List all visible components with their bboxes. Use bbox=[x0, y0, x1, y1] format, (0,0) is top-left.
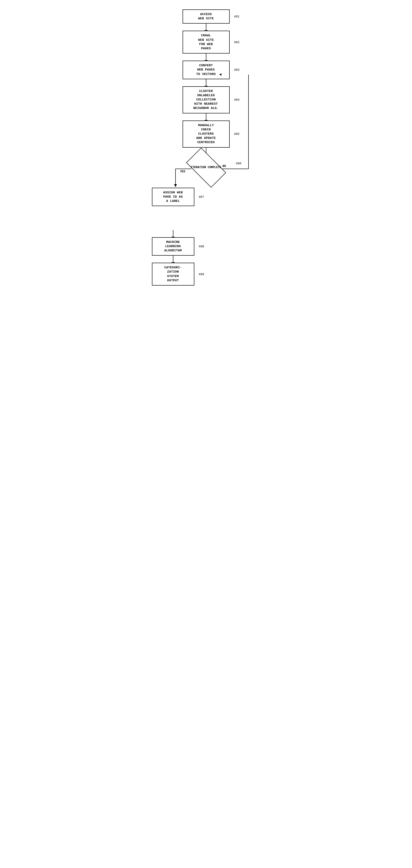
step-407: ASSIGN WEB PAGE ID AS A LABEL 407 bbox=[152, 188, 194, 206]
box-402: CRAWL WEB SITE FOR WEB PAGES bbox=[182, 31, 230, 54]
step-405: MANUALLY CHECK CLUSTERS AND UPDATE CENTR… bbox=[145, 121, 267, 148]
flowchart: ACCESS WEB SITE 401 CRAWL WEB SITE FOR W… bbox=[145, 9, 267, 285]
box-408: MACHINE LEARNING ALGORITHM bbox=[152, 237, 194, 256]
ref-402: 402 bbox=[234, 40, 239, 44]
ref-403: 403 bbox=[234, 68, 239, 72]
box-409: CATEGORI- ZATION SYSTEM OUTPUT bbox=[152, 263, 194, 285]
step-402: CRAWL WEB SITE FOR WEB PAGES 402 bbox=[145, 31, 267, 54]
ref-405: 405 bbox=[234, 132, 239, 136]
box-401: ACCESS WEB SITE bbox=[182, 9, 230, 24]
step-403: CONVERT WEB PAGES TO VECTORS 403 bbox=[145, 61, 267, 79]
ref-401: 401 bbox=[234, 15, 239, 19]
step-404: CLUSTER UNLABELED COLLECTION WITH NEARES… bbox=[145, 86, 267, 114]
step-401: ACCESS WEB SITE 401 bbox=[145, 9, 267, 24]
step-409: CATEGORI- ZATION SYSTEM OUTPUT 409 bbox=[152, 263, 194, 285]
box-407: ASSIGN WEB PAGE ID AS A LABEL bbox=[152, 188, 194, 206]
box-405: MANUALLY CHECK CLUSTERS AND UPDATE CENTR… bbox=[182, 121, 230, 148]
box-403: CONVERT WEB PAGES TO VECTORS bbox=[182, 61, 230, 79]
no-label: NO bbox=[222, 164, 226, 168]
svg-marker-5 bbox=[174, 184, 177, 187]
ref-406: 406 bbox=[236, 162, 241, 165]
branch-section: ITERATION COMPLETE 406 YES NO ASSIGN WEB… bbox=[145, 155, 267, 230]
yes-label: YES bbox=[180, 170, 185, 173]
ref-404: 404 bbox=[234, 98, 239, 102]
step-408: MACHINE LEARNING ALGORITHM 408 bbox=[152, 237, 194, 256]
box-404: CLUSTER UNLABELED COLLECTION WITH NEARES… bbox=[182, 86, 230, 114]
ref-407: 407 bbox=[199, 195, 204, 198]
ref-409: 409 bbox=[199, 272, 204, 276]
ref-408: 408 bbox=[199, 245, 204, 248]
